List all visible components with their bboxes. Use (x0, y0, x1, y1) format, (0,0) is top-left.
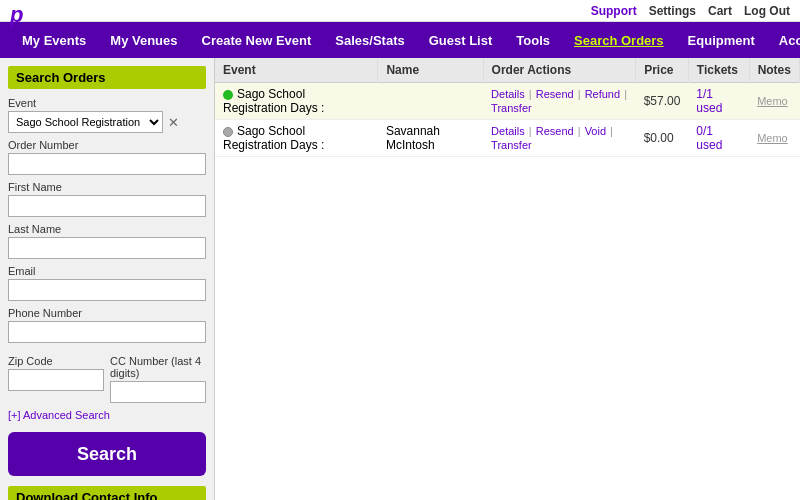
top-bar: p Support Settings Cart Log Out (0, 0, 800, 22)
cell-name (378, 83, 483, 120)
zip-cc-row: Zip Code CC Number (last 4 digits) (8, 349, 206, 403)
cell-tickets: 0/1 used (688, 120, 749, 157)
action-link-transfer[interactable]: Transfer (491, 139, 532, 151)
cc-number-input[interactable] (110, 381, 206, 403)
nav-guest-list[interactable]: Guest List (417, 22, 505, 58)
nav-my-venues[interactable]: My Venues (98, 22, 189, 58)
action-link-resend[interactable]: Resend (536, 125, 574, 137)
action-link-resend[interactable]: Resend (536, 88, 574, 100)
advanced-search-link[interactable]: [+] Advanced Search (8, 409, 110, 421)
last-name-label: Last Name (8, 223, 206, 235)
table-row: Sago School Registration Days :Details |… (215, 83, 800, 120)
col-name: Name (378, 58, 483, 83)
remove-event-button[interactable]: ✕ (166, 115, 181, 130)
cart-link[interactable]: Cart (708, 4, 732, 18)
table-row: Sago School Registration Days :Savannah … (215, 120, 800, 157)
cc-number-label: CC Number (last 4 digits) (110, 355, 206, 379)
nav-bar: My Events My Venues Create New Event Sal… (0, 22, 800, 58)
event-select-wrapper: Sago School Registration Days : ✕ (8, 111, 206, 133)
cc-col: CC Number (last 4 digits) (110, 349, 206, 403)
action-separator: | (526, 125, 535, 137)
col-event: Event (215, 58, 378, 83)
top-nav-links: Support Settings Cart Log Out (579, 4, 790, 18)
cell-tickets: 1/1 used (688, 83, 749, 120)
order-number-label: Order Number (8, 139, 206, 151)
table-header: Event Name Order Actions Price Tickets N… (215, 58, 800, 83)
nav-equipment[interactable]: Equipment (676, 22, 767, 58)
logout-link[interactable]: Log Out (744, 4, 790, 18)
logo-area: p (10, 2, 23, 28)
cell-price: $57.00 (636, 83, 689, 120)
cell-price: $0.00 (636, 120, 689, 157)
status-dot (223, 127, 233, 137)
action-link-transfer[interactable]: Transfer (491, 102, 532, 114)
action-separator: | (575, 125, 584, 137)
tickets-link[interactable]: 1/1 used (696, 87, 722, 115)
col-tickets: Tickets (688, 58, 749, 83)
nav-sales-stats[interactable]: Sales/Stats (323, 22, 416, 58)
action-separator: | (526, 88, 535, 100)
sidebar: Search Orders Event Sago School Registra… (0, 58, 215, 500)
main-layout: Search Orders Event Sago School Registra… (0, 58, 800, 500)
cell-actions: Details | Resend | Void | Transfer (483, 120, 636, 157)
phone-number-input[interactable] (8, 321, 206, 343)
email-input[interactable] (8, 279, 206, 301)
action-separator: | (575, 88, 584, 100)
header-row: Event Name Order Actions Price Tickets N… (215, 58, 800, 83)
cell-event: Sago School Registration Days : (215, 83, 378, 120)
support-link[interactable]: Support (591, 4, 637, 18)
action-link-refund[interactable]: Refund (585, 88, 620, 100)
action-separator: | (621, 88, 627, 100)
zip-code-label: Zip Code (8, 355, 104, 367)
col-price: Price (636, 58, 689, 83)
download-section: Download Contact Info Event All Events I… (8, 486, 206, 500)
nav-accounting[interactable]: Accounting (767, 22, 800, 58)
cell-actions: Details | Resend | Refund | Transfer (483, 83, 636, 120)
last-name-input[interactable] (8, 237, 206, 259)
settings-link[interactable]: Settings (649, 4, 696, 18)
event-select[interactable]: Sago School Registration Days : (8, 111, 163, 133)
cell-event: Sago School Registration Days : (215, 120, 378, 157)
nav-tools[interactable]: Tools (504, 22, 562, 58)
results-table: Event Name Order Actions Price Tickets N… (215, 58, 800, 157)
memo-link[interactable]: Memo (757, 132, 788, 144)
action-link-details[interactable]: Details (491, 125, 525, 137)
memo-link[interactable]: Memo (757, 95, 788, 107)
action-separator: | (607, 125, 613, 137)
search-button[interactable]: Search (8, 432, 206, 476)
event-label: Event (8, 97, 206, 109)
cell-notes: Memo (749, 120, 799, 157)
cell-notes: Memo (749, 83, 799, 120)
first-name-label: First Name (8, 181, 206, 193)
nav-search-orders[interactable]: Search Orders (562, 22, 676, 58)
first-name-input[interactable] (8, 195, 206, 217)
col-order-actions: Order Actions (483, 58, 636, 83)
order-number-input[interactable] (8, 153, 206, 175)
nav-create-new-event[interactable]: Create New Event (190, 22, 324, 58)
zip-code-input[interactable] (8, 369, 104, 391)
col-notes: Notes (749, 58, 799, 83)
search-orders-header: Search Orders (8, 66, 206, 89)
status-dot (223, 90, 233, 100)
action-link-details[interactable]: Details (491, 88, 525, 100)
cell-name: Savannah McIntosh (378, 120, 483, 157)
action-link-void[interactable]: Void (585, 125, 606, 137)
tickets-link[interactable]: 0/1 used (696, 124, 722, 152)
download-header: Download Contact Info (8, 486, 206, 500)
email-label: Email (8, 265, 206, 277)
zip-col: Zip Code (8, 349, 104, 403)
results-body: Sago School Registration Days :Details |… (215, 83, 800, 157)
phone-number-label: Phone Number (8, 307, 206, 319)
content-area: Event Name Order Actions Price Tickets N… (215, 58, 800, 500)
